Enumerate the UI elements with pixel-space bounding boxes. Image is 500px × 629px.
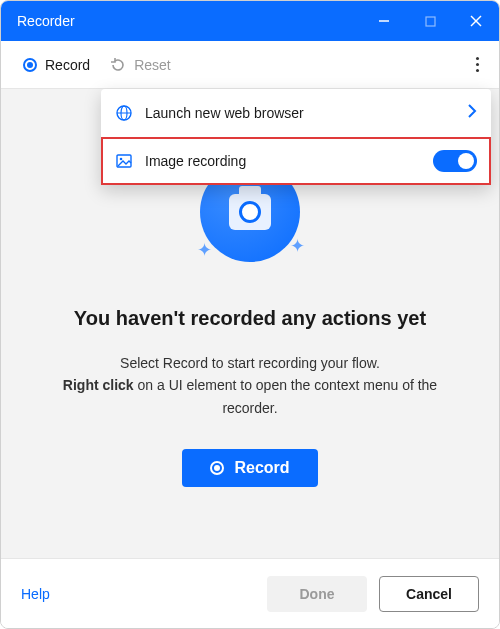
- camera-icon: [229, 194, 271, 230]
- record-icon: [23, 58, 37, 72]
- sparkle-icon: ✦: [197, 239, 212, 261]
- footer: Help Done Cancel: [1, 558, 499, 628]
- record-toolbar-label: Record: [45, 57, 90, 73]
- recorder-window: Recorder Record Reset Launch new web bro…: [0, 0, 500, 629]
- body-line2-strong: Right click: [63, 377, 134, 393]
- window-title: Recorder: [17, 13, 361, 29]
- record-toolbar-button[interactable]: Record: [13, 51, 100, 79]
- svg-rect-1: [426, 17, 435, 26]
- done-button[interactable]: Done: [267, 576, 367, 612]
- toolbar: Record Reset: [1, 41, 499, 89]
- option-launch-browser[interactable]: Launch new web browser: [101, 89, 491, 137]
- cancel-button[interactable]: Cancel: [379, 576, 479, 612]
- record-icon: [210, 461, 224, 475]
- empty-state-heading: You haven't recorded any actions yet: [74, 307, 426, 330]
- chevron-right-icon: [467, 104, 477, 122]
- more-options-button[interactable]: [468, 49, 487, 80]
- record-button[interactable]: Record: [182, 449, 317, 487]
- image-recording-toggle[interactable]: [433, 150, 477, 172]
- minimize-button[interactable]: [361, 1, 407, 41]
- svg-point-8: [120, 158, 123, 161]
- empty-state-body: Select Record to start recording your fl…: [60, 352, 440, 419]
- maximize-button[interactable]: [407, 1, 453, 41]
- options-dropdown: Launch new web browser Image recording: [101, 89, 491, 185]
- option-image-recording-label: Image recording: [145, 153, 421, 169]
- help-link[interactable]: Help: [21, 586, 50, 602]
- image-icon: [115, 152, 133, 170]
- reset-toolbar-label: Reset: [134, 57, 171, 73]
- record-button-label: Record: [234, 459, 289, 477]
- sparkle-icon: ✦: [290, 235, 305, 257]
- globe-icon: [115, 104, 133, 122]
- option-launch-browser-label: Launch new web browser: [145, 105, 455, 121]
- option-image-recording[interactable]: Image recording: [101, 137, 491, 185]
- reset-toolbar-button[interactable]: Reset: [100, 51, 181, 79]
- titlebar: Recorder: [1, 1, 499, 41]
- body-line2-rest: on a UI element to open the context menu…: [134, 377, 438, 415]
- reset-icon: [110, 57, 126, 73]
- body-line1: Select Record to start recording your fl…: [120, 355, 380, 371]
- close-button[interactable]: [453, 1, 499, 41]
